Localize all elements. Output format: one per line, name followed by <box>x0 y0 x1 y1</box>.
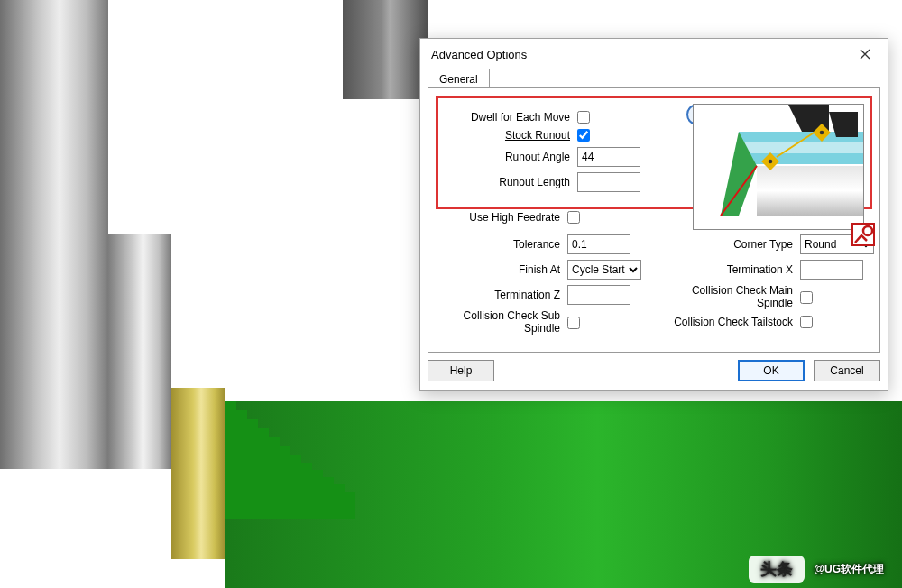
dwell-each-move-label: Dwell for Each Move <box>444 111 570 124</box>
use-high-feedrate-label: Use High Feedrate <box>434 211 560 224</box>
termination-x-input[interactable] <box>800 260 863 280</box>
runout-length-label: Runout Length <box>444 176 570 188</box>
close-icon <box>860 49 870 60</box>
tab-body-general: ? <box>428 87 880 353</box>
tabstrip: General <box>420 68 888 87</box>
help-button[interactable]: Help <box>428 360 494 381</box>
svg-point-11 <box>769 160 773 164</box>
advanced-options-dialog: Advanced Options General ? <box>419 38 888 391</box>
runout-angle-input[interactable] <box>577 147 640 167</box>
model-shaft-medium <box>108 234 171 469</box>
svg-rect-4 <box>757 166 864 216</box>
model-steps <box>226 401 406 519</box>
ok-button[interactable]: OK <box>738 360 805 381</box>
termination-x-label: Termination X <box>658 263 793 276</box>
dialog-buttonbar: Help OK Cancel <box>420 353 888 390</box>
dialog-title: Advanced Options <box>431 48 527 61</box>
tolerance-input[interactable] <box>567 234 630 254</box>
model-shaft-large <box>0 0 108 469</box>
dwell-each-move-checkbox[interactable] <box>577 111 590 124</box>
close-button[interactable] <box>850 44 880 64</box>
termination-z-input[interactable] <box>567 285 630 305</box>
watermark: 头条 @UG软件代理 <box>749 556 884 583</box>
watermark-badge: 头条 <box>749 556 805 583</box>
ccheck-main-label: Collision Check Main Spindle <box>658 285 793 310</box>
svg-rect-2 <box>739 142 864 153</box>
watermark-text: @UG软件代理 <box>814 562 884 577</box>
ccheck-tail-checkbox[interactable] <box>800 316 813 328</box>
highlight-frame: ? <box>436 96 872 209</box>
ccheck-main-checkbox[interactable] <box>800 291 813 304</box>
runout-diagram-svg <box>694 105 864 230</box>
runout-length-input[interactable] <box>577 172 640 192</box>
svg-rect-3 <box>739 153 864 164</box>
finish-at-label: Finish At <box>434 263 560 276</box>
tolerance-label: Tolerance <box>434 238 560 251</box>
model-shaft-brass <box>171 388 226 559</box>
ccheck-sub-checkbox[interactable] <box>567 317 580 329</box>
stock-runout-checkbox[interactable] <box>577 129 590 142</box>
runout-angle-label: Runout Angle <box>444 151 570 163</box>
termination-z-label: Termination Z <box>434 289 560 301</box>
stock-runout-label[interactable]: Stock Runout <box>444 129 570 142</box>
magnify-icon[interactable] <box>851 223 875 246</box>
use-high-feedrate-checkbox[interactable] <box>567 211 580 224</box>
ccheck-sub-label: Collision Check Sub Spindle <box>434 310 560 335</box>
runout-diagram <box>693 104 864 230</box>
corner-type-label: Corner Type <box>658 238 793 251</box>
cancel-button[interactable]: Cancel <box>814 360 880 381</box>
model-tool-holder <box>343 0 428 99</box>
dialog-titlebar[interactable]: Advanced Options <box>420 39 888 68</box>
finish-at-select[interactable]: Cycle Start <box>567 260 641 280</box>
tab-general[interactable]: General <box>428 69 490 88</box>
ccheck-tail-label: Collision Check Tailstock <box>658 316 793 328</box>
svg-point-10 <box>820 131 824 135</box>
